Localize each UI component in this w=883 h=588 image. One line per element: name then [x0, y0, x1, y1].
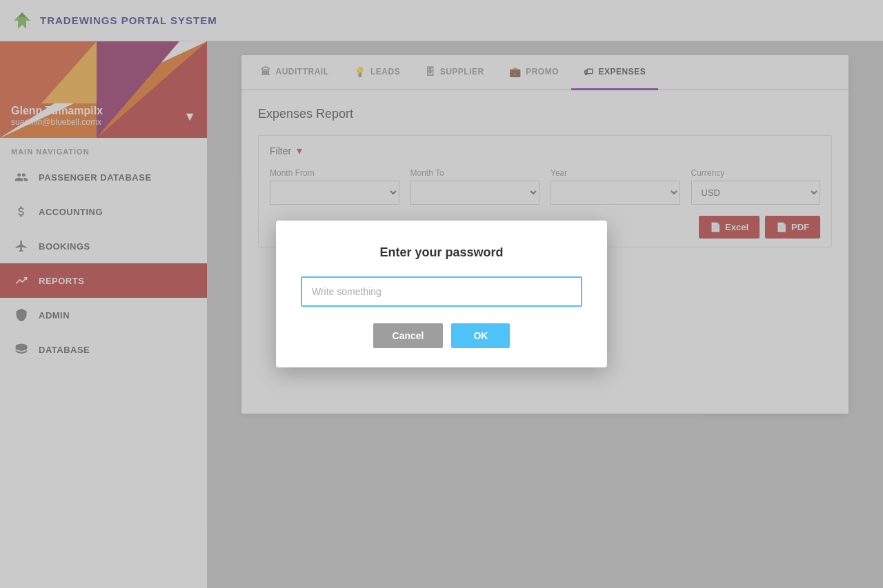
ok-button[interactable]: OK — [451, 323, 510, 348]
password-dialog: Enter your password Cancel OK — [276, 221, 607, 367]
cancel-button[interactable]: Cancel — [373, 323, 444, 348]
dialog-title: Enter your password — [301, 245, 582, 260]
password-input[interactable] — [301, 276, 582, 307]
dialog-buttons: Cancel OK — [301, 323, 582, 348]
modal-overlay: Enter your password Cancel OK — [0, 0, 883, 588]
